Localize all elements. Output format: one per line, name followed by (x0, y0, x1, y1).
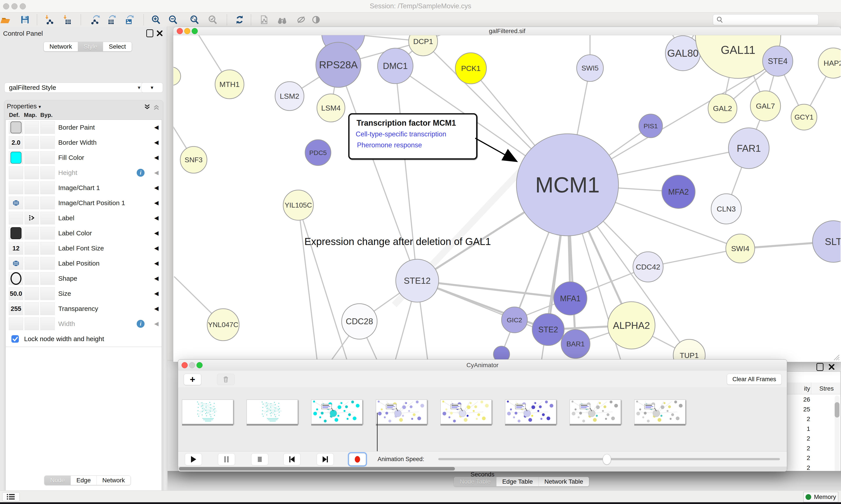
default-value-cell[interactable]: 50.0 (9, 287, 23, 300)
resize-grip-icon[interactable] (832, 353, 840, 361)
property-row-border-width[interactable]: 2.0Border Width◀ (6, 135, 162, 150)
expand-property-icon[interactable]: ◀ (154, 316, 159, 331)
zoom-in-icon[interactable] (149, 14, 163, 25)
search-box[interactable] (713, 14, 819, 25)
float-panel-icon[interactable] (146, 29, 153, 37)
expand-property-icon[interactable]: ◀ (154, 165, 159, 180)
expand-property-icon[interactable]: ◀ (154, 135, 159, 150)
annotation-link-1[interactable]: Cell-type-specific transcription (356, 130, 446, 138)
mapping-cell[interactable] (24, 197, 39, 209)
search-input[interactable] (726, 16, 818, 23)
frame-thumbnail-3[interactable] (376, 399, 427, 424)
property-row-label-font-size[interactable]: 12Label Font Size◀ (6, 240, 162, 256)
clear-all-frames-button[interactable]: Clear All Frames (727, 374, 782, 385)
expand-property-icon[interactable]: ◀ (154, 120, 159, 135)
default-value-cell[interactable] (9, 318, 23, 330)
property-row-transparency[interactable]: 255Transparency◀ (6, 301, 162, 317)
default-value-cell[interactable]: 255 (9, 302, 23, 315)
play-button[interactable] (185, 453, 202, 466)
default-value-cell[interactable] (9, 151, 23, 164)
expand-property-icon[interactable]: ◀ (154, 240, 159, 256)
bypass-cell[interactable] (40, 166, 55, 179)
property-row-size[interactable]: 50.0Size◀ (6, 286, 162, 302)
mapping-cell[interactable] (24, 302, 39, 315)
mapping-cell[interactable] (24, 318, 39, 330)
task-history-button[interactable] (2, 492, 20, 501)
expand-property-icon[interactable]: ◀ (154, 256, 159, 271)
expand-property-icon[interactable]: ◀ (154, 211, 159, 226)
export-image-icon[interactable] (122, 14, 136, 25)
bypass-cell[interactable] (40, 121, 55, 134)
memory-button[interactable]: Memory (803, 492, 838, 502)
bypass-cell[interactable] (40, 318, 55, 330)
bypass-cell[interactable] (40, 227, 55, 239)
property-row-label[interactable]: Label◀ (6, 211, 162, 226)
property-row-label-color[interactable]: Label Color◀ (6, 226, 162, 241)
add-frame-button[interactable]: + (184, 374, 201, 385)
mapping-cell[interactable] (24, 212, 39, 224)
tab-node-table[interactable]: Node Table (454, 477, 497, 486)
frame-thumbnail-5[interactable] (505, 399, 556, 424)
bypass-cell[interactable] (40, 242, 55, 255)
default-value-cell[interactable] (9, 166, 23, 179)
expand-property-icon[interactable]: ◀ (154, 195, 159, 211)
stop-button[interactable] (251, 453, 268, 466)
mapping-cell[interactable] (24, 151, 39, 164)
mapping-cell[interactable] (24, 287, 39, 300)
cyanimator-scrollbar[interactable] (178, 467, 787, 471)
import-network-icon[interactable] (41, 14, 56, 25)
property-row-label-position[interactable]: Label Position◀ (6, 256, 162, 271)
default-value-cell[interactable] (9, 227, 23, 239)
property-row-width[interactable]: Widthi◀ (6, 316, 162, 332)
next-frame-button[interactable] (317, 453, 334, 466)
pause-button[interactable] (218, 453, 235, 466)
bypass-cell[interactable] (40, 257, 55, 270)
tab-network-table[interactable]: Network Table (539, 477, 589, 486)
close-table-panel-icon[interactable] (828, 363, 835, 371)
cyanimator-titlebar[interactable]: CyAnimator (178, 360, 787, 371)
tab-edge[interactable]: Edge (71, 476, 96, 485)
cyanimator-timeline[interactable]: 0123456789 Seconds (178, 387, 787, 451)
table-cell-value[interactable]: 2 (786, 464, 810, 471)
annotation-box[interactable]: Transcription factor MCM1 Cell-type-spec… (348, 113, 478, 160)
previous-frame-button[interactable] (283, 453, 301, 466)
table-cell-value[interactable]: 2 (786, 445, 810, 452)
frame-thumbnail-2[interactable] (311, 399, 362, 424)
delete-frame-button[interactable] (217, 374, 235, 385)
timeline-playhead[interactable] (377, 413, 378, 455)
default-value-cell[interactable]: 12 (9, 242, 23, 255)
mapping-cell[interactable] (24, 181, 39, 194)
default-value-cell[interactable] (9, 181, 23, 194)
property-row-image-chart-1[interactable]: Image/Chart 1◀ (6, 180, 162, 196)
default-value-cell[interactable]: 2.0 (9, 136, 23, 149)
table-cell-value[interactable]: 1 (786, 426, 810, 432)
export-table-icon[interactable] (104, 14, 118, 25)
style-options-button[interactable]: ▾ (141, 83, 163, 93)
record-button[interactable] (349, 453, 366, 466)
tab-edge-table[interactable]: Edge Table (497, 477, 539, 486)
tab-network[interactable]: Network (44, 42, 78, 51)
zoom-fit-icon[interactable] (187, 14, 202, 25)
network-canvas[interactable]: DCP1RPS28ADMC1PCK1SWI5GAL80GAL11STE4HAP2… (174, 35, 841, 362)
mapping-cell[interactable] (24, 227, 39, 239)
expand-property-icon[interactable]: ◀ (154, 180, 159, 195)
property-row-fill-color[interactable]: Fill Color◀ (6, 150, 162, 165)
property-row-border-paint[interactable]: Border Paint◀ (6, 120, 162, 135)
mapping-cell[interactable] (24, 257, 39, 270)
default-value-cell[interactable] (9, 257, 23, 270)
frame-thumbnail-6[interactable] (570, 399, 621, 424)
cyanimator-scroll-thumb[interactable] (179, 467, 455, 470)
network-window-titlebar[interactable]: galFiltered.sif (173, 27, 841, 35)
default-value-cell[interactable] (9, 121, 23, 134)
zoom-out-icon[interactable] (166, 14, 180, 25)
animation-speed-thumb[interactable] (603, 454, 611, 465)
table-header[interactable]: ity Stres (786, 382, 840, 394)
tab-node[interactable]: Node (44, 476, 71, 485)
table-cell-value[interactable]: 25 (786, 406, 810, 413)
table-cell-value[interactable]: 2 (786, 416, 810, 422)
collapse-all-icon[interactable] (153, 103, 160, 111)
default-value-cell[interactable] (9, 212, 23, 224)
property-row-shape[interactable]: Shape◀ (6, 271, 162, 286)
bypass-cell[interactable] (40, 302, 55, 315)
open-icon[interactable] (0, 14, 13, 25)
